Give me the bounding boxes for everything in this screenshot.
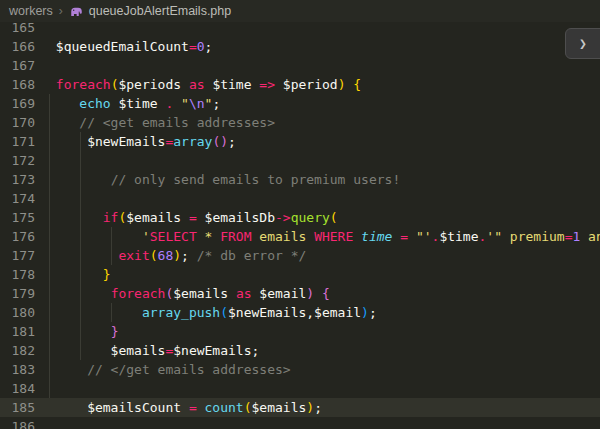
code-line[interactable]: 167: [0, 56, 600, 75]
code-line[interactable]: 181 }: [0, 322, 600, 341]
line-number[interactable]: 166: [0, 37, 48, 56]
breadcrumb-folder[interactable]: workers: [9, 4, 53, 18]
token: count: [205, 400, 244, 415]
token: [48, 96, 79, 111]
line-number[interactable]: 173: [0, 170, 48, 189]
indent-guide: [80, 189, 81, 208]
line-number[interactable]: 167: [0, 56, 48, 75]
indent-guide: [80, 322, 81, 341]
indent-guide: [49, 132, 50, 151]
token: =: [189, 39, 197, 54]
line-number[interactable]: 178: [0, 265, 48, 284]
token: [314, 286, 322, 301]
editor-overlay-button[interactable]: ❯: [565, 28, 600, 59]
code-line[interactable]: 177 exit(68); /* db error */: [0, 246, 600, 265]
indent-guide: [49, 94, 50, 113]
line-number[interactable]: 186: [0, 417, 48, 429]
indent-guide: [49, 360, 50, 379]
indent-guide: [80, 170, 81, 189]
indent-guide: [80, 151, 81, 170]
token: [48, 267, 103, 282]
token: $newEmails: [48, 134, 165, 149]
code-text: $newEmails=array();: [48, 134, 236, 149]
line-number[interactable]: 174: [0, 189, 48, 208]
code-text: if($emails = $emailsDb->query(: [48, 210, 338, 225]
indent-guide: [80, 227, 81, 246]
token: if: [103, 210, 119, 225]
indent-guide: [49, 189, 50, 208]
indent-guide: [49, 341, 50, 360]
token: $newEmails,$email: [228, 305, 361, 320]
line-number[interactable]: 179: [0, 284, 48, 303]
line-number[interactable]: 177: [0, 246, 48, 265]
token: // <get emails addresses>: [79, 115, 275, 130]
code-text: $emailsCount = count($emails);: [48, 400, 322, 415]
token: $time: [439, 229, 478, 244]
code-line-current[interactable]: 185 $emailsCount = count($emails);: [0, 398, 600, 417]
token: $emails: [173, 286, 236, 301]
token: ): [306, 286, 314, 301]
token: 68: [158, 248, 174, 263]
indent-guide: [80, 284, 81, 303]
indent-guide: [80, 265, 81, 284]
token: ;: [181, 248, 189, 263]
code-line[interactable]: 171 $newEmails=array();: [0, 132, 600, 151]
line-number[interactable]: 176: [0, 227, 48, 246]
token: {: [322, 286, 330, 301]
code-line[interactable]: 175 if($emails = $emailsDb->query(: [0, 208, 600, 227]
line-number[interactable]: 169: [0, 94, 48, 113]
code-line[interactable]: 169 echo $time . "\n";: [0, 94, 600, 113]
token: [353, 229, 361, 244]
code-line[interactable]: 183 // </get emails addresses>: [0, 360, 600, 379]
code-line[interactable]: 179 foreach($emails as $email) {: [0, 284, 600, 303]
code-line[interactable]: 173 // only send emails to premium users…: [0, 170, 600, 189]
token: (: [330, 210, 338, 225]
code-text: exit(68); /* db error */: [48, 248, 306, 263]
line-number[interactable]: 168: [0, 75, 48, 94]
code-line[interactable]: 170 // <get emails addresses>: [0, 113, 600, 132]
line-number[interactable]: 181: [0, 322, 48, 341]
breadcrumb-file[interactable]: queueJobAlertEmails.php: [89, 4, 231, 18]
line-number[interactable]: 170: [0, 113, 48, 132]
indent-guide: [111, 227, 112, 246]
token: and: [580, 229, 600, 244]
line-number[interactable]: 184: [0, 379, 48, 398]
token: array_push: [142, 305, 220, 320]
token: as: [236, 286, 252, 301]
token: $email: [252, 286, 307, 301]
token: $emailsCount: [48, 400, 189, 415]
token: [48, 210, 103, 225]
code-line[interactable]: 174: [0, 189, 600, 208]
token: FROM: [220, 229, 251, 244]
line-number[interactable]: 182: [0, 341, 48, 360]
indent-guide: [111, 246, 112, 265]
token: echo: [79, 96, 110, 111]
indent-guide: [49, 284, 50, 303]
code-line[interactable]: 182 $emails=$newEmails;: [0, 341, 600, 360]
token: array: [173, 134, 212, 149]
token: (: [150, 248, 158, 263]
token: [48, 305, 142, 320]
code-line[interactable]: 168 foreach($periods as $time => $period…: [0, 75, 600, 94]
token: ): [361, 305, 369, 320]
code-line[interactable]: 166 $queuedEmailCount=0;: [0, 37, 600, 56]
code-text: array_push($newEmails,$email);: [48, 305, 377, 320]
indent-guide: [49, 170, 50, 189]
code-line[interactable]: 178 }: [0, 265, 600, 284]
line-number[interactable]: 180: [0, 303, 48, 322]
code-line[interactable]: 186: [0, 417, 600, 429]
line-number[interactable]: 172: [0, 151, 48, 170]
line-number[interactable]: 185: [0, 398, 48, 417]
line-number[interactable]: 183: [0, 360, 48, 379]
token: ': [142, 229, 150, 244]
token: SELECT: [150, 229, 197, 244]
code-line[interactable]: 184: [0, 379, 600, 398]
line-number[interactable]: 171: [0, 132, 48, 151]
token: [408, 229, 416, 244]
code-line[interactable]: 176 'SELECT * FROM emails WHERE time = "…: [0, 227, 600, 246]
code-line[interactable]: 180 array_push($newEmails,$email);: [0, 303, 600, 322]
code-line[interactable]: 172: [0, 151, 600, 170]
token: ;: [369, 305, 377, 320]
token: ;: [212, 96, 220, 111]
line-number[interactable]: 175: [0, 208, 48, 227]
